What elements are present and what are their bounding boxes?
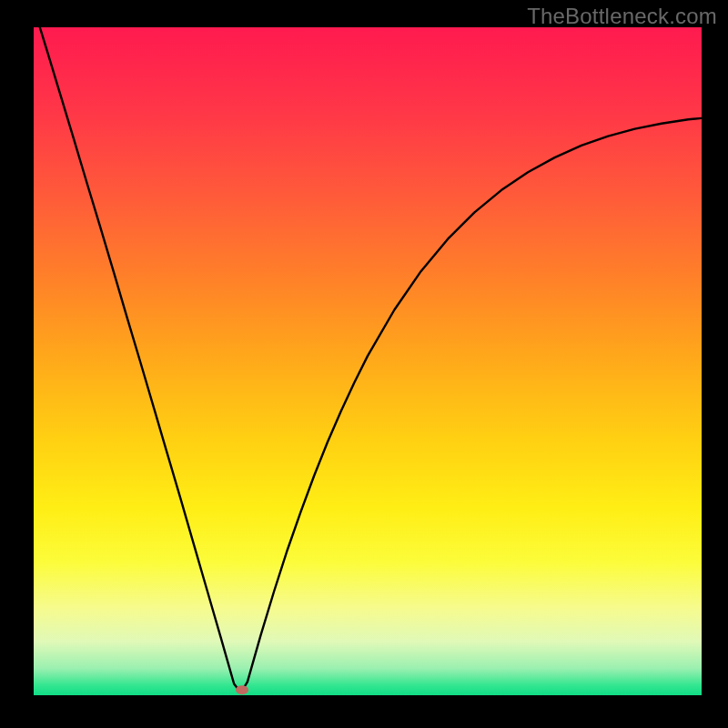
chart-frame: TheBottleneck.com: [0, 0, 728, 728]
gradient-background: [34, 27, 702, 695]
watermark-text: TheBottleneck.com: [527, 4, 717, 29]
chart-svg: [34, 27, 702, 695]
plot-area: [34, 27, 702, 695]
optimal-point-marker: [236, 685, 248, 694]
